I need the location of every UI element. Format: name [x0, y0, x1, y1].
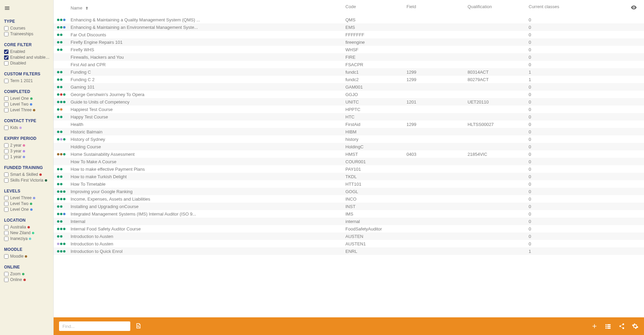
table-row[interactable]: Internal Food Safety Auditor CourseFoodS…: [54, 225, 644, 232]
filter-checkbox[interactable]: [4, 96, 8, 101]
filter-item[interactable]: Level One: [4, 207, 50, 212]
filter-item[interactable]: Level One: [4, 96, 50, 101]
filter-checkbox[interactable]: [4, 149, 8, 153]
table-row[interactable]: Far Out DiscountsFFFFFFF0: [54, 31, 644, 38]
table-row[interactable]: Firewalls, Hackers and YouFIRE0: [54, 53, 644, 61]
filter-item[interactable]: Level Three: [4, 108, 50, 112]
filter-item[interactable]: Enabled and visible on...: [4, 55, 50, 60]
filter-checkbox[interactable]: [4, 79, 8, 83]
filter-item[interactable]: 1 year: [4, 154, 50, 159]
table-row[interactable]: Introduction to AustenAUSTEN10: [54, 240, 644, 247]
table-row[interactable]: Introduction to AustenAUSTEN0: [54, 232, 644, 240]
filter-checkbox[interactable]: [4, 207, 8, 212]
table-row[interactable]: Income, Expenses, Assets and Liabilities…: [54, 195, 644, 203]
table-row[interactable]: Holding CourseHoldingC0: [54, 143, 644, 150]
view-toggle-icon[interactable]: [605, 323, 611, 330]
table-row[interactable]: First Aid and CPRFSACPR0: [54, 61, 644, 68]
tag-dot: [57, 220, 59, 223]
plus-icon[interactable]: [591, 323, 598, 330]
filter-item[interactable]: Courses: [4, 26, 50, 31]
filter-checkbox[interactable]: [4, 172, 8, 177]
filter-item[interactable]: Disabled: [4, 61, 50, 66]
filter-item[interactable]: Online: [4, 277, 50, 282]
table-row[interactable]: Installing and Upgrading onCourseINST0: [54, 203, 644, 210]
filter-item[interactable]: Inaneziya: [4, 236, 50, 241]
table-row[interactable]: Enhancing & Maintaining an Environmental…: [54, 23, 644, 31]
table-row[interactable]: Improving your Google RankingGOGL0: [54, 188, 644, 195]
table-row[interactable]: How To Make A CourseCOUR0010: [54, 158, 644, 165]
column-header-name[interactable]: Name: [71, 4, 345, 12]
table-row[interactable]: Introduction to Quick EnrolENRL1: [54, 247, 644, 255]
filter-item[interactable]: New Ziland: [4, 230, 50, 235]
table-row[interactable]: Funding Cfundc1129980314ACT1: [54, 68, 644, 76]
filter-item[interactable]: 2 year: [4, 143, 50, 148]
table-row[interactable]: Happy Test CourseHTC0: [54, 113, 644, 120]
column-header-code[interactable]: Code: [345, 4, 406, 12]
filter-item[interactable]: Zoom: [4, 272, 50, 276]
cell-qualification: 80279ACT: [468, 77, 529, 82]
filter-checkbox[interactable]: [4, 126, 8, 130]
filter-item[interactable]: Enabled: [4, 49, 50, 54]
filter-checkbox[interactable]: [4, 55, 8, 60]
filter-item[interactable]: Australia: [4, 225, 50, 229]
gear-icon[interactable]: [632, 323, 639, 330]
column-header-field[interactable]: Field: [406, 4, 468, 12]
filter-checkbox[interactable]: [4, 272, 8, 276]
filter-checkbox[interactable]: [4, 155, 8, 159]
table-row[interactable]: How To TimetableHTT1010: [54, 180, 644, 188]
visibility-icon[interactable]: [630, 4, 637, 11]
column-header-qualification[interactable]: Qualification: [468, 4, 529, 12]
table-row[interactable]: How to make effective Payment PlansPAY10…: [54, 165, 644, 173]
filter-item[interactable]: Kids: [4, 125, 50, 130]
column-header-classes[interactable]: Current classes: [529, 4, 624, 12]
cell-classes: 0: [529, 17, 624, 22]
table-row[interactable]: Internalinternal0: [54, 218, 644, 225]
search-input[interactable]: [59, 321, 130, 331]
table-row[interactable]: Enhancing & Maintaining a Quality Manage…: [54, 16, 644, 23]
filter-checkbox[interactable]: [4, 32, 8, 36]
table-row[interactable]: Integrated Management Systems (IMS) Inte…: [54, 210, 644, 218]
tag-dot: [57, 19, 59, 21]
filter-item[interactable]: Level Three: [4, 196, 50, 200]
table-row[interactable]: Gaming 101GAM0010: [54, 83, 644, 91]
table-row[interactable]: History of Sydneyhistory0: [54, 135, 644, 143]
filter-item[interactable]: Moodle: [4, 254, 50, 259]
filter-checkbox[interactable]: [4, 202, 8, 206]
filter-item[interactable]: Level Two: [4, 102, 50, 107]
tag-dot: [57, 153, 59, 155]
filter-checkbox[interactable]: [4, 50, 8, 54]
filter-checkbox[interactable]: [4, 225, 8, 229]
table-row[interactable]: Home Sustainability AssessmentHMST040321…: [54, 150, 644, 158]
share-icon[interactable]: [618, 323, 625, 330]
filter-checkbox[interactable]: [4, 143, 8, 148]
table-row[interactable]: Funding C 2fundc2129980279ACT1: [54, 76, 644, 83]
filter-item[interactable]: Level Two: [4, 201, 50, 206]
advanced-search-button[interactable]: [135, 322, 142, 330]
table-row[interactable]: Guide to Units of CompetencyUNITC1201UET…: [54, 98, 644, 106]
table-row[interactable]: How to make Turkish DelightTKDL0: [54, 173, 644, 180]
filter-checkbox[interactable]: [4, 108, 8, 112]
filter-checkbox[interactable]: [4, 278, 8, 282]
filter-item[interactable]: Term 1 2021: [4, 78, 50, 83]
filter-checkbox[interactable]: [4, 26, 8, 31]
filter-checkbox[interactable]: [4, 237, 8, 241]
table-row[interactable]: Happiest Test CourseHPPTC0: [54, 106, 644, 113]
filter-checkbox[interactable]: [4, 61, 8, 66]
filter-checkbox[interactable]: [4, 231, 8, 235]
filter-checkbox[interactable]: [4, 178, 8, 183]
filter-item[interactable]: Skills First Victoria: [4, 178, 50, 183]
cell-code: GGJO: [345, 92, 406, 97]
hamburger-menu[interactable]: [4, 5, 50, 12]
table-row[interactable]: Firefly WHSWHSF0: [54, 46, 644, 53]
filter-checkbox[interactable]: [4, 102, 8, 107]
filter-item[interactable]: 3 year: [4, 149, 50, 153]
table-row[interactable]: Firefly Engine Repairs 101fireengine0: [54, 38, 644, 46]
table-row[interactable]: Historic BalmainHIBM0: [54, 128, 644, 135]
filter-item[interactable]: Smart & Skilled: [4, 172, 50, 177]
row-tag-dots: [57, 243, 71, 245]
filter-checkbox[interactable]: [4, 196, 8, 200]
table-row[interactable]: George Gershwin's Journey To OperaGGJO0: [54, 91, 644, 98]
filter-item[interactable]: Traineeships: [4, 32, 50, 36]
table-row[interactable]: HealthFirstAid1299HLTSS000270: [54, 120, 644, 128]
filter-checkbox[interactable]: [4, 254, 8, 259]
